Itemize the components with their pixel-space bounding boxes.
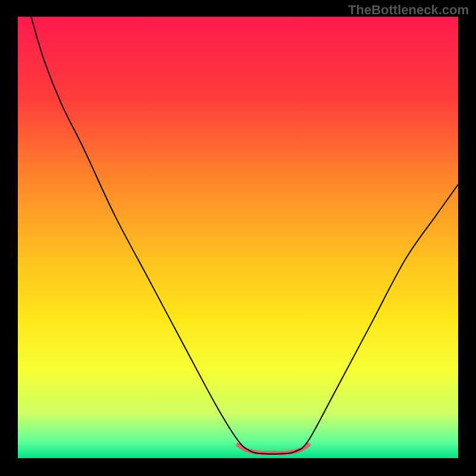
watermark-text: TheBottleneck.com [348,2,469,18]
flat-region-marker [238,445,308,453]
bottleneck-curve [31,17,458,454]
chart-curve-layer [18,17,458,458]
chart-plot-area [18,17,458,458]
